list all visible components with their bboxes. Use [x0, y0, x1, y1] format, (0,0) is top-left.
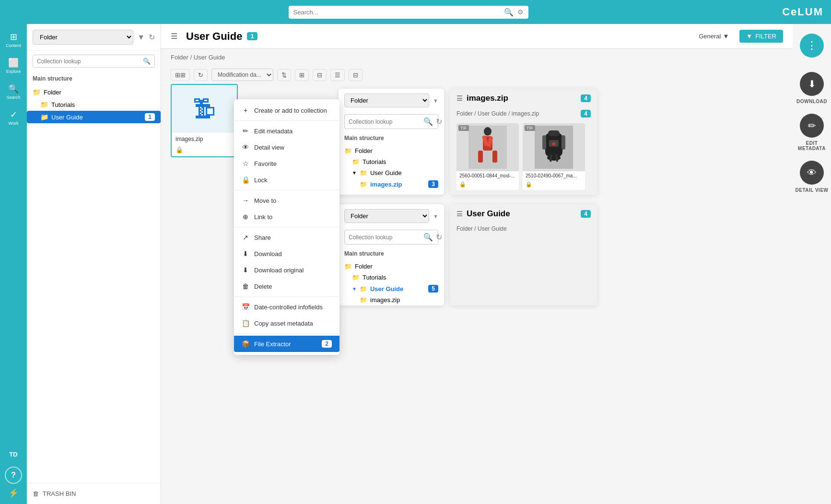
cm-share[interactable]: ↗ Share: [234, 229, 339, 246]
hamburger-icon-ug: ☰: [456, 210, 463, 218]
cm-link-to[interactable]: ⊕ Link to: [234, 209, 339, 225]
sidebar-item-search[interactable]: 🔍 Search: [1, 80, 25, 104]
images-panel: ☰ images.zip 4 Folder / User Guide / ima…: [450, 89, 597, 195]
calendar-icon: 📅: [242, 303, 249, 311]
sort-select[interactable]: Modification da...: [211, 69, 273, 81]
split-view-btn[interactable]: ⊟: [349, 69, 363, 81]
asset-card-images-zip[interactable]: 🗜 images.zip 🔒 + Create or add to collec…: [171, 84, 238, 157]
lookup-search-1[interactable]: 🔍 ↻: [344, 114, 438, 129]
help-button[interactable]: ?: [5, 467, 22, 484]
lookup-tree-images-1[interactable]: 📁 images.zip 3: [339, 178, 444, 190]
lookup-tree-tutorials-2[interactable]: 📁 Tutorials: [339, 272, 444, 283]
link-to-icon: ⊕: [242, 213, 249, 221]
top-bar: 🔍 ⚙ CeLUM: [0, 0, 831, 24]
filter-button[interactable]: ▼ FILTER: [739, 30, 783, 43]
sort-order-btn[interactable]: ⇅: [277, 69, 291, 81]
list-view-btn[interactable]: ☰: [330, 69, 345, 81]
lookup-search-input-1[interactable]: [349, 118, 421, 125]
cm-download-original[interactable]: ⬇ Download original: [234, 262, 339, 278]
view-size-btn[interactable]: ⊞: [295, 69, 309, 81]
user-avatar[interactable]: TD: [5, 445, 22, 463]
cm-divider-3: [234, 227, 339, 227]
more-options-btn[interactable]: ⋮: [800, 34, 824, 58]
hamburger-icon[interactable]: ☰: [171, 32, 177, 41]
lookup-tree-images-2[interactable]: 📁 images.zip: [339, 294, 444, 305]
nav-search-input[interactable]: [37, 58, 140, 65]
svg-point-13: [547, 155, 561, 161]
link-icon[interactable]: ⚡: [8, 488, 19, 498]
lookup-search-2[interactable]: 🔍 ↻: [344, 230, 438, 245]
content-area: ☰ User Guide 1 General ▼ ▼ FILTER Folder…: [161, 24, 793, 504]
edit-metadata-action-btn[interactable]: ✏ EDIT METADATA: [793, 114, 831, 151]
cm-move-to[interactable]: → Move to: [234, 192, 339, 209]
nav-tree-item-folder[interactable]: 📁 Folder: [27, 86, 161, 98]
lookup-folder-select-2[interactable]: Folder: [344, 209, 429, 223]
search-icon: 🔍: [504, 8, 514, 17]
sidebar-item-explore[interactable]: ⬜ Explore: [1, 54, 25, 78]
work-icon: ✓: [10, 109, 17, 120]
lookup-tree-userguide-2[interactable]: ▼ 📁 User Guide 5: [339, 283, 444, 294]
cm-date-controlled[interactable]: 📅 Date-controlled infofields: [234, 299, 339, 315]
lookup-tree-folder-1[interactable]: 📁 Folder: [339, 145, 444, 156]
more-options-circle: ⋮: [800, 34, 824, 58]
cm-download[interactable]: ⬇ Download: [234, 246, 339, 262]
asset-card-lock-icon: 🔒: [172, 145, 237, 156]
grid-view-btn[interactable]: ⊞⊞: [171, 69, 190, 81]
right-action-panel: ⋮ ⬇ DOWNLOAD ✏ EDIT METADATA 👁 DETAIL VI…: [793, 24, 831, 504]
svg-rect-4: [492, 151, 497, 163]
user-guide-panel-breadcrumb: Folder / User Guide: [450, 223, 597, 236]
images-panel-grid: TIF: [450, 121, 597, 195]
folder-icon: 📁: [344, 147, 352, 154]
lookup-tree-folder-2[interactable]: 📁 Folder: [339, 261, 444, 272]
folder-select[interactable]: Folder: [33, 30, 133, 45]
detail-view-action-btn[interactable]: 👁 DETAIL VIEW: [795, 161, 828, 193]
images-panel-badge: 4: [581, 94, 591, 102]
trash-bin[interactable]: 🗑 TRASH BIN: [27, 483, 161, 504]
download-action-btn[interactable]: ⬇ DOWNLOAD: [796, 72, 827, 104]
cm-copy-asset[interactable]: 📋 Copy asset metadata: [234, 315, 339, 331]
image-thumb-2[interactable]: TIF: [523, 123, 585, 190]
global-search-bar[interactable]: 🔍 ⚙: [289, 6, 528, 19]
image-thumb-1[interactable]: TIF: [456, 123, 519, 190]
cm-divider-4: [234, 296, 339, 297]
content-header: ☰ User Guide 1 General ▼ ▼ FILTER: [161, 24, 793, 49]
nav-tree-item-tutorials[interactable]: 📁 Tutorials: [27, 98, 161, 111]
refresh-btn[interactable]: ↻: [194, 69, 208, 81]
trash-icon: 🗑: [33, 490, 39, 497]
filter-icon: ⚙: [517, 8, 524, 16]
image-figure-2: [535, 126, 573, 169]
cm-divider-2: [234, 190, 339, 190]
lookup-tree-tutorials-1[interactable]: 📁 Tutorials: [339, 156, 444, 167]
refresh-icon-2[interactable]: ↻: [436, 233, 442, 242]
cm-edit-metadata[interactable]: ✏ Edit metadata: [234, 123, 339, 139]
file-extractor-badge: 2: [322, 340, 332, 348]
lookup-folder-select-1[interactable]: Folder: [344, 94, 429, 107]
refresh-icon[interactable]: ↻: [436, 117, 442, 126]
expand-arrow-icon: ▼: [352, 170, 357, 176]
asset-card-name: images.zip: [172, 133, 237, 145]
cm-file-extractor[interactable]: 📦 File Extractor 2: [234, 336, 339, 352]
cm-favorite[interactable]: ☆ Favorite: [234, 155, 339, 172]
chevron-down-icon: ▼: [137, 33, 145, 42]
lookup-tree-userguide-1[interactable]: ▼ 📁 User Guide: [339, 167, 444, 178]
asset-card-thumbnail: 🗜: [172, 85, 237, 133]
global-search-input[interactable]: [293, 9, 500, 16]
cm-detail-view[interactable]: 👁 Detail view: [234, 139, 339, 155]
cm-create-collection[interactable]: + Create or add to collection: [234, 102, 339, 118]
cm-delete[interactable]: 🗑 Delete: [234, 278, 339, 294]
star-icon: ☆: [242, 160, 249, 167]
nav-tree-item-user-guide[interactable]: 📁 User Guide 1: [27, 111, 161, 123]
view-detail-btn[interactable]: ⊟: [313, 69, 327, 81]
folder-icon-selected: 📁: [40, 113, 48, 121]
folder-icon: 📁: [360, 296, 367, 304]
refresh-icon[interactable]: ↻: [149, 33, 155, 42]
general-button[interactable]: General ▼: [693, 30, 735, 43]
zip-icon: 🗜: [193, 96, 216, 122]
nav-search-bar[interactable]: 🔍: [33, 55, 155, 68]
cm-lock[interactable]: 🔒 Lock: [234, 172, 339, 188]
sidebar-item-content[interactable]: ⊞ Content: [1, 28, 25, 52]
tif-badge-1: TIF: [458, 125, 469, 131]
sidebar-item-work[interactable]: ✓ Work: [1, 105, 25, 129]
lookup-search-input-2[interactable]: [349, 234, 421, 241]
cm-divider-5: [234, 333, 339, 334]
